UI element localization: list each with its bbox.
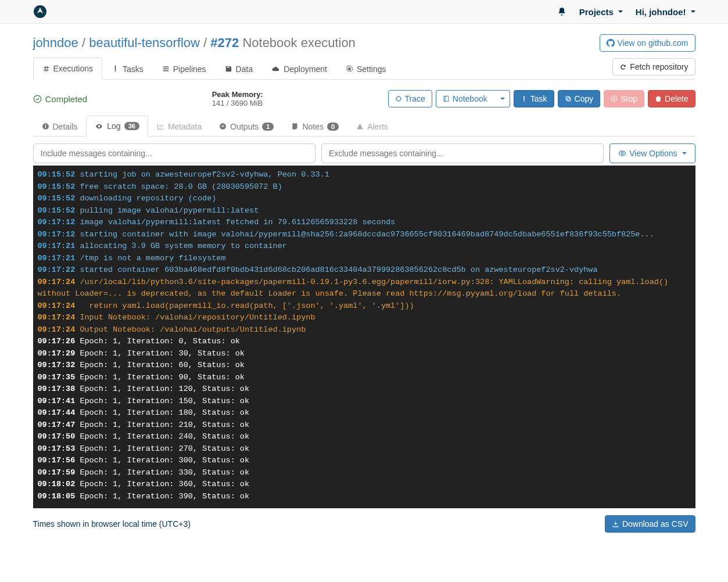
exclamation-icon [112,65,119,73]
log-message: Epoch: 1, Iteration: 120, Status: ok [75,385,249,393]
github-icon [607,39,615,47]
log-timestamp: 09:17:53 [38,444,76,453]
eye-icon [95,123,103,130]
tab-executions[interactable]: Executions [33,58,102,80]
svg-rect-4 [567,98,571,101]
svg-point-2 [34,95,41,103]
log-message: Epoch: 1, Iteration: 300, Status: ok [75,456,249,465]
caret-down-icon [682,152,687,155]
log-line: 09:17:38 Epoch: 1, Iteration: 120, Statu… [38,383,691,396]
log-message: Epoch: 1, Iteration: 0, Status: ok [75,337,240,346]
log-line: 09:17:21 allocating 3.9 GB system memory… [38,240,691,253]
include-filter-input[interactable] [33,143,315,163]
log-console[interactable]: 09:15:52 starting job on azwesteuropef2s… [33,166,695,508]
log-line: 09:17:59 Epoch: 1, Iteration: 330, Statu… [38,467,691,479]
warning-icon [356,123,364,130]
log-timestamp: 09:17:35 [38,373,76,382]
user-menu[interactable]: Hi, johndoe! [636,7,695,17]
svg-point-3 [396,96,401,101]
log-message: pulling image valohai/pypermill:latest [75,206,259,215]
download-csv-button[interactable]: Download as CSV [605,515,695,533]
notes-count-badge: 0 [327,123,339,131]
info-icon [42,123,49,130]
hash-icon [42,65,50,73]
log-line: 09:18:02 Epoch: 1, Iteration: 360, Statu… [38,479,691,491]
notifications-bell-icon[interactable] [557,7,566,16]
log-line: 09:15:52 starting job on azwesteuropef2s… [38,169,691,181]
tab-settings[interactable]: Settings [336,58,396,80]
log-line: 09:17:50 Epoch: 1, Iteration: 240, Statu… [38,431,691,443]
outputs-count-badge: 1 [262,123,274,131]
breadcrumb-exec-number[interactable]: #272 [210,35,239,50]
tab-pipelines[interactable]: Pipelines [153,58,216,80]
log-line: 09:15:52 pulling image valohai/pypermill… [38,205,691,217]
log-timestamp: 09:17:24 [38,325,76,334]
log-line: 09:17:21 /tmp is not a memory filesystem [38,253,691,265]
log-line: 09:17:35 Epoch: 1, Iteration: 90, Status… [38,372,691,384]
log-timestamp: 09:17:44 [38,408,76,417]
caret-down-icon [691,10,695,13]
tab-deployment[interactable]: Deployment [262,58,336,80]
breadcrumb-user[interactable]: johndoe [33,35,78,50]
log-message: Epoch: 1, Iteration: 30, Status: ok [75,349,245,358]
delete-button[interactable]: Delete [648,90,695,107]
log-line: 09:17:29 Epoch: 1, Iteration: 30, Status… [38,348,691,360]
peak-memory: Peak Memory: 141 / 3690 MiB [212,90,263,107]
log-line: 09:17:32 Epoch: 1, Iteration: 60, Status… [38,360,691,372]
subtab-notes[interactable]: Notes 0 [282,116,347,136]
log-timestamp: 09:17:21 [38,254,76,263]
stop-circle-icon [611,95,618,102]
svg-point-10 [622,152,624,155]
log-line: 09:15:52 free scratch space: 28.0 GB (28… [38,181,691,193]
log-timestamp: 09:17:41 [38,397,76,405]
projects-menu[interactable]: Projects [579,7,623,17]
save-icon [225,65,232,73]
subtab-alerts[interactable]: Alerts [347,116,397,136]
log-timestamp: 09:17:38 [38,385,76,393]
fetch-repository-button[interactable]: Fetch repository [612,58,695,76]
log-timestamp: 09:15:52 [38,170,76,179]
view-options-button[interactable]: View Options [609,143,695,163]
notebook-button[interactable]: Notebook [436,90,494,107]
subtab-outputs[interactable]: Outputs 1 [210,116,282,136]
log-timestamp: 09:15:52 [38,194,76,203]
log-message: starting container with image valohai/py… [75,230,654,239]
sub-tabs: Details Log 36 Metadata Outputs 1 Notes … [33,116,695,136]
breadcrumb-project[interactable]: beautiful-tensorflow [89,35,200,50]
subtab-details[interactable]: Details [33,116,87,136]
view-on-github-button[interactable]: View on github.com [600,34,695,52]
task-button[interactable]: Task [514,90,554,107]
log-message: Epoch: 1, Iteration: 330, Status: ok [75,468,249,477]
log-message: return yaml.load(papermill_io.read(path,… [75,301,414,310]
log-message: image valohai/pypermill:latest fetched i… [75,218,395,227]
log-timestamp: 09:15:52 [38,206,76,215]
log-timestamp: 09:17:29 [38,349,76,358]
notebook-dropdown-toggle[interactable] [494,90,510,107]
app-logo[interactable] [33,5,47,19]
svg-point-1 [349,68,350,70]
log-line: 09:17:53 Epoch: 1, Iteration: 270, Statu… [38,443,691,455]
log-message: /usr/local/lib/python3.6/site-packages/p… [38,278,673,299]
log-message: allocating 3.9 GB system memory to conta… [75,242,287,250]
log-line: 09:17:44 Epoch: 1, Iteration: 180, Statu… [38,407,691,419]
copy-button[interactable]: Copy [558,90,601,107]
chart-icon [157,123,164,130]
log-line: 09:17:24 Output Notebook: /valohai/outpu… [38,324,691,336]
trace-button[interactable]: Trace [388,90,432,107]
log-timestamp: 09:17:47 [38,421,76,429]
log-timestamp: 09:18:05 [38,492,76,501]
exclamation-icon [521,95,528,102]
gear-icon [346,65,353,73]
check-circle-icon [33,95,42,103]
subtab-log[interactable]: Log 36 [86,116,148,136]
trash-icon [655,95,662,102]
subtab-metadata[interactable]: Metadata [148,116,210,136]
caret-down-icon [618,10,623,13]
svg-rect-7 [614,98,615,100]
exclude-filter-input[interactable] [321,143,604,163]
crosshair-icon [395,95,402,102]
log-message: /tmp is not a memory filesystem [75,254,225,263]
tab-tasks[interactable]: Tasks [102,58,153,80]
tab-data[interactable]: Data [216,58,263,80]
log-count-badge: 36 [124,122,139,130]
